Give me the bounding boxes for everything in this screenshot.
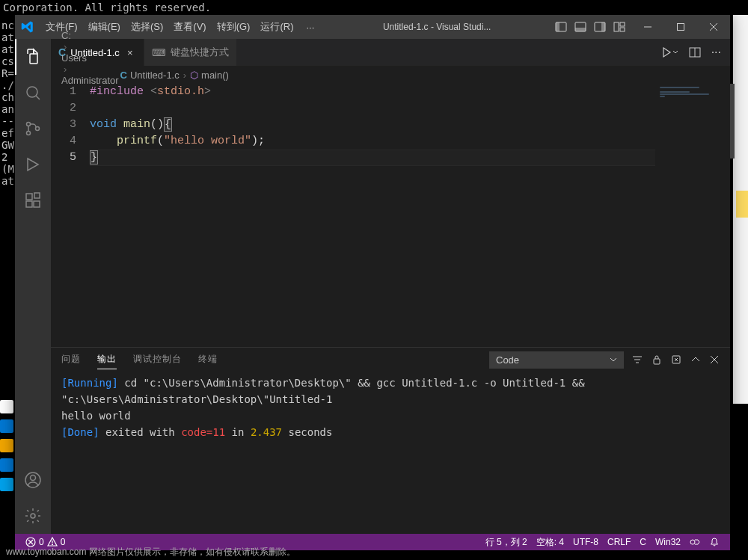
svg-rect-18 bbox=[26, 194, 32, 200]
svg-point-16 bbox=[27, 132, 31, 135]
menu-item[interactable]: 查看(V) bbox=[168, 20, 211, 34]
svg-rect-1 bbox=[556, 22, 560, 31]
status-eol[interactable]: CRLF bbox=[603, 534, 635, 550]
svg-rect-19 bbox=[26, 201, 32, 207]
explorer-icon[interactable] bbox=[15, 39, 51, 75]
editor-tabs: C Untitled-1.c × ⌨ 键盘快捷方式 ··· bbox=[51, 39, 730, 66]
menu-item[interactable]: 转到(G) bbox=[212, 20, 256, 34]
customize-layout-icon[interactable] bbox=[610, 18, 628, 36]
menu-item[interactable]: 运行(R) bbox=[255, 20, 298, 34]
breadcrumb-segment[interactable]: Users bbox=[61, 52, 119, 64]
source-control-icon[interactable] bbox=[15, 111, 51, 147]
svg-point-15 bbox=[27, 123, 31, 126]
run-debug-icon[interactable] bbox=[15, 147, 51, 182]
output-clear-icon[interactable] bbox=[670, 354, 682, 366]
accounts-icon[interactable] bbox=[15, 462, 51, 498]
svg-line-14 bbox=[36, 96, 40, 99]
layout-controls bbox=[552, 18, 631, 36]
output-lock-icon[interactable] bbox=[651, 354, 663, 366]
tab-close-icon[interactable]: × bbox=[124, 47, 136, 58]
tab-keyboard-shortcuts[interactable]: ⌨ 键盘快捷方式 bbox=[144, 39, 237, 66]
status-platform[interactable]: Win32 bbox=[651, 534, 685, 550]
svg-rect-20 bbox=[34, 201, 40, 207]
status-line-col[interactable]: 行 5，列 2 bbox=[481, 534, 532, 550]
activity-bar bbox=[15, 39, 51, 534]
svg-rect-6 bbox=[614, 22, 619, 31]
code-editor[interactable]: 12345 #include <stdio.h>void main(){ pri… bbox=[51, 84, 730, 347]
output-filter-icon[interactable] bbox=[631, 354, 643, 366]
titlebar: 文件(F)编辑(E)选择(S)查看(V)转到(G)运行(R) ··· Untit… bbox=[15, 15, 730, 39]
panel-tab[interactable]: 问题 bbox=[61, 350, 81, 369]
toggle-primary-sidebar-icon[interactable] bbox=[552, 18, 570, 36]
panel-close-icon[interactable] bbox=[709, 354, 720, 365]
more-actions-icon[interactable]: ··· bbox=[711, 46, 721, 59]
svg-point-23 bbox=[31, 476, 36, 481]
desktop-icons bbox=[0, 400, 15, 497]
search-icon[interactable] bbox=[15, 75, 51, 111]
breadcrumb-symbol[interactable]: ⬡main() bbox=[190, 70, 229, 81]
keyboard-icon: ⌨ bbox=[152, 47, 166, 58]
svg-point-17 bbox=[36, 127, 40, 131]
run-code-icon[interactable] bbox=[660, 46, 678, 58]
breadcrumb: C:›Users›Administrator›Desktop› CUntitle… bbox=[51, 66, 730, 84]
maximize-button[interactable] bbox=[664, 15, 697, 39]
panel-tab[interactable]: 调试控制台 bbox=[133, 350, 182, 369]
svg-point-41 bbox=[690, 540, 695, 544]
panel-maximize-icon[interactable] bbox=[690, 354, 702, 366]
breadcrumb-segment[interactable]: C: bbox=[61, 30, 119, 41]
status-spaces[interactable]: 空格: 4 bbox=[532, 534, 568, 550]
toggle-secondary-sidebar-icon[interactable] bbox=[591, 18, 609, 36]
page-footer-watermark: www.toymoban.com 网络图片仅供展示，非存储，如有侵权请联系删除。 bbox=[6, 546, 295, 559]
svg-rect-21 bbox=[34, 193, 40, 198]
status-language[interactable]: C bbox=[635, 534, 651, 550]
background-right-pane bbox=[733, 15, 748, 404]
split-editor-icon[interactable] bbox=[689, 46, 701, 58]
vscode-window: 文件(F)编辑(E)选择(S)查看(V)转到(G)运行(R) ··· Untit… bbox=[15, 15, 730, 550]
menu-overflow[interactable]: ··· bbox=[298, 22, 322, 33]
bottom-panel: 问题输出调试控制台终端 Code [Running] cd "c:\Users\… bbox=[51, 347, 730, 534]
breadcrumb-file[interactable]: CUntitled-1.c bbox=[120, 70, 180, 81]
svg-point-24 bbox=[31, 514, 35, 518]
close-button[interactable] bbox=[697, 15, 730, 39]
svg-rect-10 bbox=[678, 24, 684, 31]
svg-rect-5 bbox=[601, 22, 605, 31]
window-title: Untitled-1.c - Visual Studi... bbox=[322, 22, 552, 32]
vscode-logo-icon bbox=[15, 20, 40, 34]
menu-item[interactable]: 选择(S) bbox=[126, 20, 168, 34]
status-encoding[interactable]: UTF-8 bbox=[568, 534, 603, 550]
extensions-icon[interactable] bbox=[15, 182, 51, 218]
panel-tab[interactable]: 输出 bbox=[97, 350, 117, 369]
panel-tab[interactable]: 终端 bbox=[198, 350, 218, 369]
svg-point-40 bbox=[52, 544, 52, 545]
svg-rect-30 bbox=[654, 359, 660, 364]
minimize-button[interactable] bbox=[631, 15, 664, 39]
minimap[interactable] bbox=[655, 84, 730, 347]
svg-rect-3 bbox=[575, 28, 586, 31]
svg-point-13 bbox=[27, 87, 37, 97]
toggle-panel-icon[interactable] bbox=[571, 18, 589, 36]
output-channel-select[interactable]: Code bbox=[489, 351, 624, 369]
svg-rect-8 bbox=[620, 28, 625, 31]
status-bell-icon[interactable] bbox=[705, 534, 724, 550]
output-content[interactable]: [Running] cd "c:\Users\Administrator\Des… bbox=[51, 372, 730, 534]
settings-gear-icon[interactable] bbox=[15, 498, 51, 534]
status-feedback-icon[interactable] bbox=[685, 534, 705, 550]
tab-label: 键盘快捷方式 bbox=[171, 46, 229, 59]
svg-rect-7 bbox=[620, 22, 625, 26]
